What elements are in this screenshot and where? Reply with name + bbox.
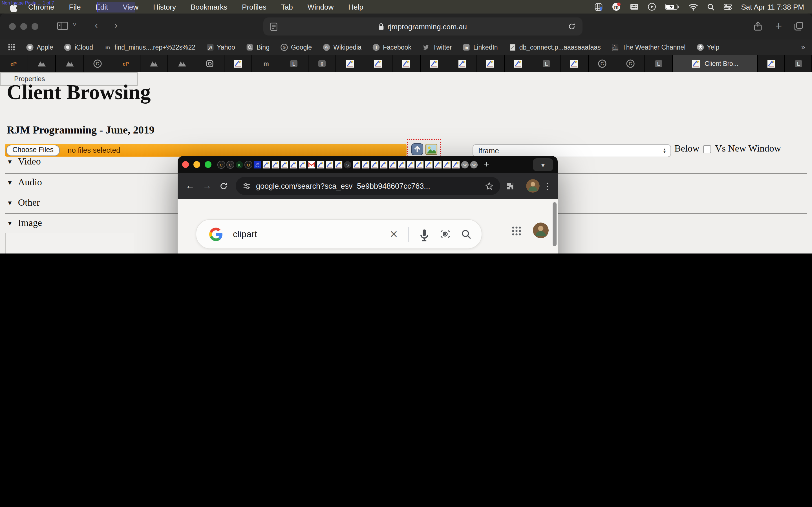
picture-icon[interactable]	[425, 143, 437, 155]
popup-tab[interactable]	[407, 160, 415, 169]
battery-status-icon[interactable]	[665, 3, 679, 11]
section-image[interactable]: ▼Image	[7, 217, 42, 229]
section-audio[interactable]: ▼Audio	[7, 177, 42, 188]
popup-tab[interactable]	[335, 160, 343, 169]
browser-tab[interactable]	[140, 55, 168, 72]
bookmark-item[interactable]: WWikipedia	[322, 43, 361, 51]
menu-item[interactable]: Bookmarks	[191, 3, 227, 11]
menu-item[interactable]: Help	[348, 3, 363, 11]
browser-tab[interactable]: m	[252, 55, 280, 72]
search-magnifier-icon[interactable]	[461, 229, 471, 239]
bookmark-item[interactable]: Yelp	[696, 43, 719, 51]
popup-tab[interactable]	[262, 160, 271, 169]
popup-tab[interactable]: K	[235, 160, 244, 169]
browser-tab[interactable]: L	[280, 55, 308, 72]
popup-tab[interactable]	[307, 160, 316, 169]
menu-item[interactable]: Window	[308, 3, 334, 11]
bookmark-item[interactable]: iCloud	[64, 43, 93, 51]
reload-icon[interactable]	[568, 22, 576, 31]
popup-forward-icon[interactable]: →	[202, 181, 211, 191]
sidebar-chevron-icon[interactable]: ˅	[73, 21, 77, 28]
sidebar-toggle-icon[interactable]	[57, 21, 68, 31]
popup-tab[interactable]: W	[461, 160, 469, 169]
minimize-window-button[interactable]	[20, 23, 27, 30]
popup-tab[interactable]	[298, 160, 307, 169]
browser-tab[interactable]	[364, 55, 392, 72]
extensions-puzzle-icon[interactable]	[506, 182, 514, 190]
browser-tab[interactable]: 6	[308, 55, 336, 72]
browser-tab[interactable]: L	[532, 55, 560, 72]
browser-tab[interactable]	[504, 55, 532, 72]
google-search-box[interactable]: clipart ✕	[196, 219, 482, 249]
reader-icon[interactable]	[270, 22, 277, 31]
browser-tab[interactable]: cP	[0, 55, 28, 72]
popup-tab[interactable]	[416, 160, 424, 169]
popup-address-bar[interactable]: google.com/search?sca_esv=5e9bb948607cc7…	[236, 177, 500, 195]
forward-button[interactable]: ›	[114, 20, 117, 31]
choose-files-button[interactable]: Choose Files	[6, 145, 60, 156]
browser-tab[interactable]	[476, 55, 504, 72]
browser-tab[interactable]	[420, 55, 448, 72]
popup-scrollbar-thumb[interactable]	[553, 202, 557, 246]
bookmark-item[interactable]: y!Yahoo	[206, 43, 235, 51]
popup-new-tab-icon[interactable]: +	[484, 159, 490, 170]
popup-tab[interactable]	[398, 160, 406, 169]
browser-tab[interactable]	[336, 55, 364, 72]
browser-tab[interactable]	[449, 55, 476, 72]
menu-item[interactable]: History	[153, 3, 176, 11]
popup-tab[interactable]	[352, 160, 361, 169]
wifi-status-icon[interactable]	[689, 3, 698, 11]
keyboard-status-icon[interactable]	[630, 3, 639, 11]
bookmark-item[interactable]: Bing	[246, 43, 269, 51]
mail-status-icon[interactable]: m	[612, 3, 621, 11]
popup-tab[interactable]	[370, 160, 379, 169]
google-apps-grid-icon[interactable]	[511, 226, 522, 236]
google-profile-avatar[interactable]	[533, 223, 549, 238]
browser-tab[interactable]	[224, 55, 252, 72]
spotlight-search-icon[interactable]	[707, 3, 714, 11]
popup-tab[interactable]: C	[217, 160, 225, 169]
control-center-icon[interactable]	[723, 3, 732, 11]
popup-tab[interactable]	[316, 160, 325, 169]
section-other[interactable]: ▼Other	[7, 197, 40, 209]
target-mode-select[interactable]: Iframe ▲▼	[472, 144, 671, 157]
popup-tab[interactable]: britbox	[253, 160, 262, 169]
bookmark-item[interactable]: db_connect.p...aaasaaafaas	[509, 43, 601, 51]
popup-close-button[interactable]	[182, 161, 189, 168]
back-button[interactable]: ‹	[95, 20, 98, 31]
section-video[interactable]: ▼Video	[7, 156, 41, 167]
popup-tab[interactable]	[325, 160, 334, 169]
bookmark-item[interactable]: mfind_minus....rep+%22s%22	[104, 43, 195, 51]
bookmark-item[interactable]: GGoogle	[280, 43, 312, 51]
browser-tab[interactable]: G	[84, 55, 112, 72]
zoom-window-button[interactable]	[32, 23, 38, 30]
menu-item[interactable]: File	[69, 3, 81, 11]
popup-tab[interactable]	[280, 160, 289, 169]
voice-search-icon[interactable]	[419, 229, 430, 239]
bookmark-item[interactable]: inLinkedIn	[463, 43, 498, 51]
popup-tab[interactable]	[361, 160, 370, 169]
popup-tab[interactable]	[434, 160, 442, 169]
popup-tab[interactable]	[424, 160, 433, 169]
vs-new-window-checkbox[interactable]	[703, 145, 711, 153]
bookmarks-overflow-chevron[interactable]: »	[801, 43, 812, 51]
bookmark-item[interactable]: fFacebook	[372, 43, 411, 51]
app-grid-status-icon[interactable]	[594, 3, 603, 11]
popup-tab[interactable]	[379, 160, 388, 169]
bookmark-item[interactable]: Twitter	[422, 43, 452, 51]
browser-tab-active[interactable]: Client Bro...	[673, 55, 758, 72]
owl-clipart-image[interactable]	[34, 252, 106, 253]
popup-minimize-button[interactable]	[193, 161, 200, 168]
profile-avatar[interactable]	[526, 179, 540, 193]
browser-tab[interactable]: L	[785, 55, 812, 72]
browser-tab[interactable]	[393, 55, 420, 72]
popup-tab[interactable]: S	[343, 160, 352, 169]
search-query-text[interactable]: clipart	[233, 229, 390, 239]
popup-tab[interactable]: C	[226, 160, 235, 169]
popup-tab[interactable]: W	[470, 160, 478, 169]
tab-overview-icon[interactable]	[794, 21, 804, 31]
browser-tab[interactable]: G	[617, 55, 645, 72]
file-input-highlight[interactable]: Choose Files no files selected	[5, 144, 407, 157]
browser-tab[interactable]: G	[589, 55, 617, 72]
popup-tab[interactable]	[443, 160, 451, 169]
